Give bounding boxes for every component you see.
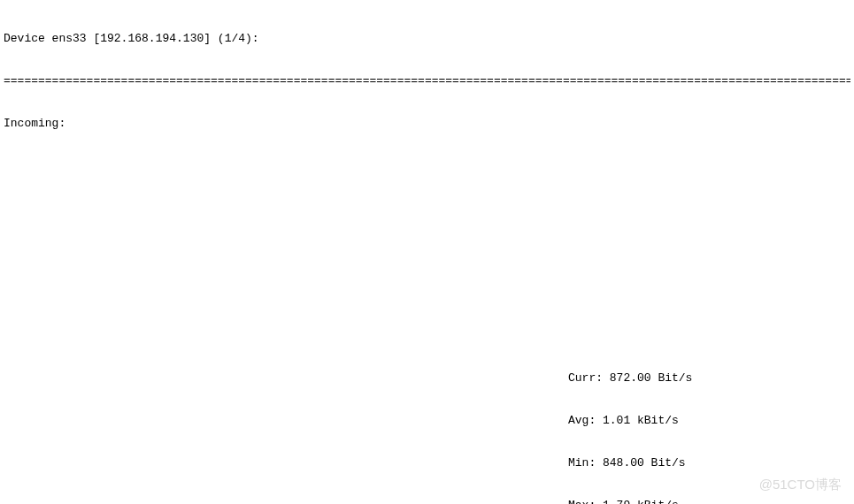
divider-top: ========================================… — [4, 74, 850, 88]
incoming-avg: Avg: 1.01 kBit/s — [568, 414, 850, 428]
incoming-graph-area — [4, 173, 850, 301]
incoming-stats: Curr: 872.00 Bit/s Avg: 1.01 kBit/s Min:… — [4, 343, 850, 504]
incoming-label: Incoming: — [4, 117, 850, 131]
incoming-min: Min: 848.00 Bit/s — [568, 456, 850, 470]
incoming-curr: Curr: 872.00 Bit/s — [568, 371, 850, 386]
incoming-max: Max: 1.79 kBit/s — [568, 499, 850, 504]
terminal-output: Device ens33 [192.168.194.130] (1/4): ==… — [0, 0, 854, 504]
device-header: Device ens33 [192.168.194.130] (1/4): — [4, 32, 850, 46]
